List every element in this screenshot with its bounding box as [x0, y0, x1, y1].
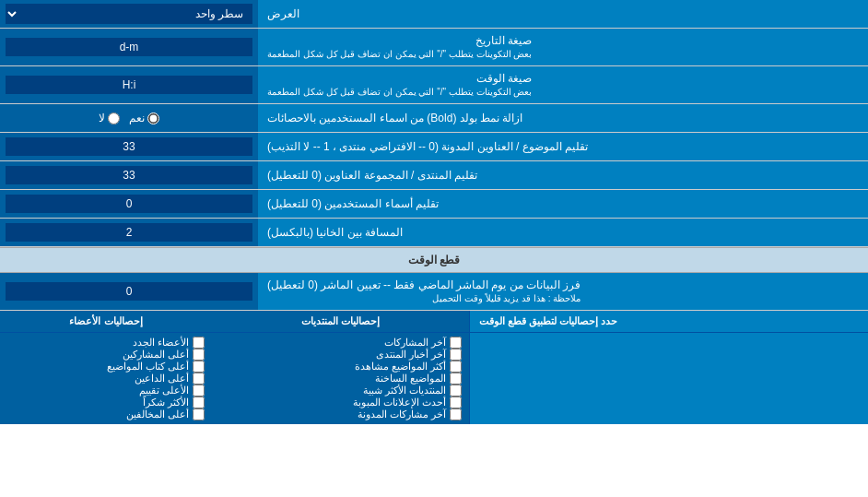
row-trim-forum: تقليم المنتدى / المجموعة العناوين (0 للت…: [0, 161, 868, 190]
checkbox-item-top-posters[interactable]: أعلى المشاركين: [7, 349, 205, 361]
time-format-input[interactable]: H:i: [6, 76, 252, 94]
cb-most-viewed[interactable]: [450, 361, 462, 373]
checkbox-item-similar-forums[interactable]: المنتديات الأكثر شبية: [219, 385, 462, 396]
checkbox-item-new-members[interactable]: الأعضاء الجدد: [7, 337, 205, 349]
cb-similar-forums[interactable]: [450, 385, 462, 396]
checkbox-item-blog-posts[interactable]: آخر مشاركات المدونة: [219, 408, 462, 420]
input-date-format[interactable]: d-m: [0, 29, 258, 65]
input-display[interactable]: سطر واحد: [0, 0, 258, 28]
row-trim-users: تقليم أسماء المستخدمين (0 للتعطيل): [0, 190, 868, 219]
cb-forum-news[interactable]: [450, 349, 462, 361]
input-cutoff[interactable]: [0, 273, 258, 310]
checkbox-item-most-viewed[interactable]: أكثر المواضيع مشاهدة: [219, 361, 462, 373]
cb-classifieds[interactable]: [450, 396, 462, 408]
checkboxes-section: حدد إحصاليات لتطبيق قطع الوقت إحصاليات ا…: [0, 311, 868, 424]
cb-most-thanked[interactable]: [193, 396, 205, 408]
checkbox-col-members: الأعضاء الجدد أعلى المشاركين أعلى كتاب ا…: [0, 333, 212, 424]
checkbox-col-forums: آخر المشاركات آخر أخبار المنتدى أكثر الم…: [212, 333, 470, 424]
row-spacing: المسافة بين الخانيا (بالبكسل): [0, 219, 868, 247]
radio-bold-no-label[interactable]: لا: [99, 112, 120, 124]
row-date-format: صيغة التاريخبعض التكوينات يتطلب "/" التي…: [0, 29, 868, 66]
input-trim-forum[interactable]: [0, 161, 258, 189]
cb-top-authors[interactable]: [193, 361, 205, 373]
label-trim-users: تقليم أسماء المستخدمين (0 للتعطيل): [258, 190, 868, 218]
limit-label: حدد إحصاليات لتطبيق قطع الوقت: [470, 311, 868, 332]
row-trim-topic: تقليم الموضوع / العناوين المدونة (0 -- ا…: [0, 133, 868, 161]
row-bold: ازالة نمط بولد (Bold) من اسماء المستخدمي…: [0, 104, 868, 133]
cutoff-input[interactable]: [6, 282, 252, 301]
date-format-input[interactable]: d-m: [6, 38, 252, 56]
input-trim-users[interactable]: [0, 190, 258, 218]
col-header-members: إحصاليات الأعضاء: [0, 311, 212, 332]
checkbox-item-top-authors[interactable]: أعلى كتاب المواضيع: [7, 361, 205, 373]
checkbox-item-top-inviters[interactable]: أعلى الداعين: [7, 373, 205, 385]
cb-hot-topics[interactable]: [450, 373, 462, 385]
input-trim-topic[interactable]: [0, 133, 258, 160]
label-trim-topic: تقليم الموضوع / العناوين المدونة (0 -- ا…: [258, 133, 868, 160]
checkbox-item-classifieds[interactable]: أحدث الإعلانات المبوبة: [219, 396, 462, 408]
spacing-input[interactable]: [6, 223, 252, 242]
label-trim-forum: تقليم المنتدى / المجموعة العناوين (0 للت…: [258, 161, 868, 189]
section-cutoff-header: قطع الوقت: [0, 247, 868, 273]
radio-bold-yes[interactable]: [147, 112, 159, 124]
display-select[interactable]: سطر واحد: [6, 4, 252, 24]
trim-topic-input[interactable]: [6, 137, 252, 156]
checkbox-item-forum-news[interactable]: آخر أخبار المنتدى: [219, 349, 462, 361]
label-bold: ازالة نمط بولد (Bold) من اسماء المستخدمي…: [258, 104, 868, 132]
cb-top-posters[interactable]: [193, 349, 205, 361]
radio-bold-no[interactable]: [108, 112, 120, 124]
cb-top-inviters[interactable]: [193, 373, 205, 385]
checkbox-content-row: آخر المشاركات آخر أخبار المنتدى أكثر الم…: [0, 333, 868, 424]
row-time-format: صيغة الوقتبعض التكوينات يتطلب "/" التي ي…: [0, 66, 868, 104]
input-time-format[interactable]: H:i: [0, 66, 258, 103]
cb-top-violators[interactable]: [193, 408, 205, 420]
label-display: العرض: [258, 0, 868, 28]
cb-top-rated[interactable]: [193, 385, 205, 396]
checkbox-item-hot-topics[interactable]: المواضيع الساخنة: [219, 373, 462, 385]
cb-blog-posts[interactable]: [450, 408, 462, 420]
cb-last-posts[interactable]: [450, 337, 462, 349]
input-spacing[interactable]: [0, 219, 258, 246]
row-cutoff: فرز البيانات من يوم الماشر الماضي فقط --…: [0, 273, 868, 311]
row-display: العرض سطر واحد: [0, 0, 868, 29]
label-cutoff: فرز البيانات من يوم الماشر الماضي فقط --…: [258, 273, 868, 310]
label-date-format: صيغة التاريخبعض التكوينات يتطلب "/" التي…: [258, 29, 868, 65]
label-time-format: صيغة الوقتبعض التكوينات يتطلب "/" التي ي…: [258, 66, 868, 103]
checkbox-item-most-thanked[interactable]: الأكثر شكراً: [7, 396, 205, 408]
checkbox-item-last-posts[interactable]: آخر المشاركات: [219, 337, 462, 349]
label-spacing: المسافة بين الخانيا (بالبكسل): [258, 219, 868, 246]
radio-bold-cell[interactable]: نعم لا: [0, 104, 258, 132]
main-container: العرض سطر واحد صيغة التاريخبعض التكوينات…: [0, 0, 868, 424]
checkbox-item-top-violators[interactable]: أعلى المخالفين: [7, 408, 205, 420]
checkbox-headers-row: حدد إحصاليات لتطبيق قطع الوقت إحصاليات ا…: [0, 311, 868, 333]
checkbox-item-top-rated[interactable]: الأعلى تقييم: [7, 385, 205, 396]
trim-forum-input[interactable]: [6, 166, 252, 184]
limit-col-empty: [470, 333, 868, 424]
col-header-forums: إحصاليات المنتديات: [212, 311, 470, 332]
cb-new-members[interactable]: [193, 337, 205, 349]
radio-bold-yes-label[interactable]: نعم: [129, 112, 159, 124]
trim-users-input[interactable]: [6, 195, 252, 213]
